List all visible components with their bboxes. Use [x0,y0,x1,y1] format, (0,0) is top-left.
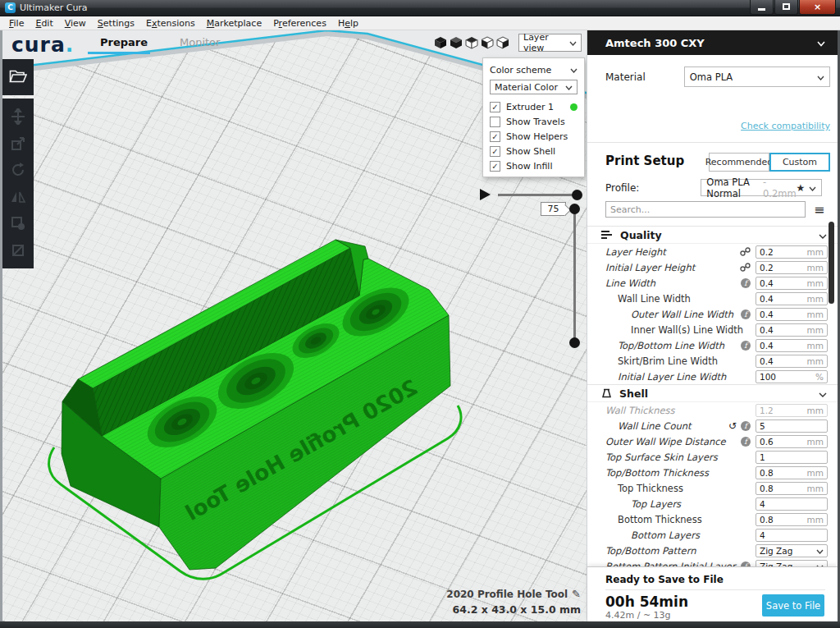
checkbox-extruder-1[interactable]: ✓ Extruder 1 [490,99,578,114]
setting-value-field[interactable]: 5 [756,419,828,433]
setting-value-field[interactable]: 0.4mm [756,339,828,352]
setting-value-field[interactable]: 0.6mm [756,435,828,448]
setting-row: Top Surface Skin Layers1 [587,449,838,465]
setting-row: Initial Layer Line Width100% [587,369,838,384]
machine-selector[interactable]: Amtech 300 CXY [587,30,838,55]
setting-value-field[interactable]: 0.2mm [756,261,828,274]
revert-icon[interactable]: ↺ [728,421,737,431]
title-bar[interactable]: C Ultimaker Cura × [0,0,840,16]
checkbox[interactable]: ✓ [490,102,500,112]
setting-value-field[interactable]: 0.2mm [756,245,828,259]
layer-slider-vertical[interactable] [573,209,576,343]
play-icon[interactable] [480,189,491,200]
checkbox[interactable]: ✓ [490,131,500,142]
open-file-button[interactable] [2,59,34,95]
view-top-button[interactable] [465,36,478,49]
function-icon: f [741,309,751,319]
layer-number-badge: 75 [541,202,566,216]
rename-pencil-icon[interactable]: ✎ [572,588,581,600]
setting-value-field[interactable]: 0.8mm [756,466,828,479]
view-mode-dropdown[interactable]: Layer view [518,34,582,52]
window-title: Ultimaker Cura [20,2,88,13]
color-scheme-dropdown[interactable]: Material Color [490,80,578,94]
checkbox[interactable]: ✓ [490,146,500,157]
checkbox[interactable]: ✓ [490,161,500,172]
checkbox-show-helpers[interactable]: ✓ Show Helpers [490,129,578,144]
checkbox-show-travels[interactable]: Show Travels [490,114,578,129]
category-quality[interactable]: Quality [587,226,838,244]
category-shell[interactable]: Shell [587,384,838,402]
checkbox[interactable] [490,117,500,127]
view-right-button[interactable] [496,36,509,49]
checkbox-show-infill[interactable]: ✓ Show Infill [490,158,578,173]
chevron-down-icon [565,82,573,93]
menu-settings[interactable]: Settings [92,17,140,30]
color-scheme-header[interactable]: Color scheme [490,63,578,77]
setting-select[interactable]: Zig Zag [756,544,828,557]
setting-row: Top/Bottom Thickness0.8mm [587,465,838,480]
compatibility-row: Check compatibility [587,121,830,131]
scale-tool-icon[interactable] [8,134,28,154]
setting-row: Line Widthf0.4mm [587,275,838,291]
tab-prepare[interactable]: Prepare [100,36,148,48]
checkbox-show-shell[interactable]: ✓ Show Shell [490,144,578,158]
menu-help[interactable]: Help [332,17,364,30]
setting-value-field[interactable]: 0.4mm [756,323,828,337]
chevron-down-icon [817,37,825,49]
close-button[interactable]: × [799,0,836,15]
setting-row: Bottom Thickness0.8mm [587,511,838,527]
layer-slider-horizontal[interactable] [498,194,577,196]
view-left-button[interactable] [481,36,494,49]
check-compatibility-link[interactable]: Check compatibility [741,121,830,131]
setting-row: Top Layers4 [587,496,838,511]
view-front-button[interactable] [450,36,463,49]
rotate-tool-icon[interactable] [8,160,28,180]
settings-menu-icon[interactable]: ≡ [814,202,824,218]
per-model-settings-icon[interactable] [8,213,28,233]
recommended-button[interactable]: Recommended [709,153,769,172]
profile-dropdown[interactable]: Oma PLA Normal - 0.2mm ★ [701,179,822,196]
profile-row: Profile: Oma PLA Normal - 0.2mm ★ [587,179,838,196]
view-3d-button[interactable] [434,36,447,49]
setting-value-field[interactable]: 4 [756,497,828,511]
setting-value-field[interactable]: 100% [756,370,828,383]
setting-value-field[interactable]: 0.4mm [756,308,828,321]
tab-monitor[interactable]: Monitor [180,36,220,48]
move-tool-icon[interactable] [8,107,28,126]
setting-value-field[interactable]: 0.4mm [756,292,828,305]
menu-preferences[interactable]: Preferences [267,17,332,30]
layer-view-options-panel: Color scheme Material Color ✓ Extruder 1… [482,57,585,177]
scrollbar-thumb[interactable] [829,222,834,304]
layer-slider-top-handle[interactable] [569,204,580,214]
window-border[interactable] [0,621,840,628]
setting-value-field[interactable]: 0.8mm [756,482,828,495]
menu-file[interactable]: File [3,17,30,30]
setting-value-field[interactable]: 4 [756,529,828,542]
material-dropdown[interactable]: Oma PLA [684,66,830,87]
link-icon [740,244,751,259]
setting-value-field[interactable]: 1 [756,451,828,464]
shell-icon [601,388,612,399]
menu-view[interactable]: View [59,17,92,30]
support-blocker-icon[interactable] [8,241,28,260]
setting-row: Top/Bottom Line Widthf0.4mm [587,337,838,353]
menu-marketplace[interactable]: Marketplace [201,17,267,30]
search-input[interactable] [605,201,806,218]
maximize-button[interactable] [774,0,798,15]
setting-value-field[interactable]: 0.8mm [756,513,828,526]
cura-logo: cura. [11,33,74,57]
layer-slider-horizontal-handle[interactable] [572,190,582,200]
setting-row: Wall Line Width0.4mm [587,291,838,306]
minimize-button[interactable] [750,0,774,15]
menu-edit[interactable]: Edit [30,17,58,30]
setting-value-field[interactable]: 0.4mm [756,277,828,290]
layer-slider-bottom-handle[interactable] [569,337,580,348]
menu-extensions[interactable]: Extensions [140,17,201,30]
setting-value-field[interactable]: 0.4mm [756,355,828,368]
mirror-tool-icon[interactable] [8,187,28,207]
save-to-file-button[interactable]: Save to File [762,594,824,617]
custom-button[interactable]: Custom [769,153,830,172]
chevron-down-icon [819,229,827,241]
divider [587,142,838,143]
star-icon[interactable]: ★ [797,182,806,194]
